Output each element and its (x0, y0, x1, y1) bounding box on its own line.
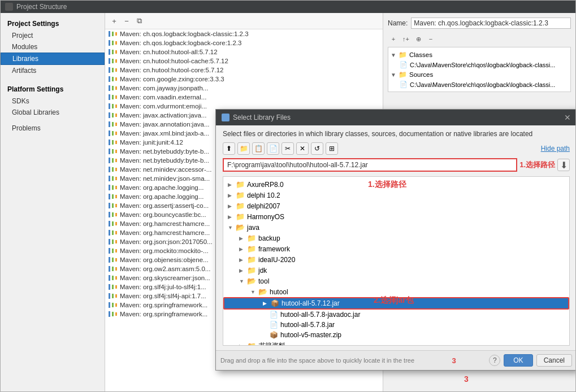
list-item[interactable]: Maven: cn.hutool:hutool-core:5.7.12 (105, 66, 383, 75)
name-value: Maven: ch.qos.logback:logback-classic:1.… (411, 18, 571, 29)
file-tree-item[interactable]: ▶ 📁 backup (223, 233, 569, 243)
expand-arrow: ▼ (228, 225, 233, 230)
new-folder-button[interactable]: 📁 (237, 142, 250, 155)
sidebar-item-problems[interactable]: Problems (1, 123, 105, 134)
file-tree-item[interactable]: 📦 hutool-v5-master.zip (223, 330, 569, 340)
name-label: Name: (388, 19, 408, 27)
lib-icon (109, 49, 118, 55)
dialog-icon (222, 114, 229, 121)
help-button[interactable]: ? (489, 355, 500, 366)
lib-icon (109, 67, 118, 73)
lib-icon (109, 302, 118, 308)
file-tree-item[interactable]: 📄 hutool-all-5.7.8-javadoc.jar (223, 310, 569, 320)
list-item[interactable]: Maven: com.jayway.jsonpath... (105, 84, 383, 93)
file-tree: ▶ 📁 AxureRP8.0 ▶ 📁 delphi 10.2 ▶ 📁 (223, 176, 570, 346)
dialog-buttons: ? OK Cancel (489, 354, 572, 367)
file-icon: 📄 (400, 81, 408, 88)
classes-node[interactable]: ▼ 📁 Classes (391, 50, 568, 60)
refresh-button[interactable]: ↺ (311, 142, 323, 155)
delete-button[interactable]: ✕ (296, 142, 309, 155)
sidebar-item-global-libraries[interactable]: Global Libraries (1, 107, 105, 118)
file-tree-item[interactable]: ▶ 📁 书籍资料 (223, 340, 569, 346)
lib-icon (109, 212, 118, 217)
add-spec-button[interactable]: ⊕ (413, 33, 424, 45)
sources-node[interactable]: ▼ 📁 Sources (391, 69, 568, 80)
file-tree-item[interactable]: ▼ 📂 tool (223, 276, 569, 286)
lib-icon (109, 248, 118, 254)
lib-icon (109, 293, 118, 299)
add-class-button[interactable]: + (388, 33, 399, 45)
dialog-close-button[interactable]: ✕ (564, 113, 571, 122)
file-tree-item[interactable]: ▶ 📁 ideaIU-2020 (223, 254, 569, 265)
annotation3: 3 (452, 356, 456, 365)
file-tree-item[interactable]: ▼ 📂 java (223, 222, 569, 233)
file-tree-item[interactable]: ▶ 📁 delphi 10.2 (223, 190, 569, 201)
list-item[interactable]: Maven: cn.hutool:hutool-all:5.7.12 (105, 47, 383, 56)
lib-icon (109, 194, 118, 199)
lib-icon (109, 140, 118, 145)
folder-icon: 📁 (399, 51, 407, 59)
file-tree-item[interactable]: ▶ 📁 framework (223, 243, 569, 254)
platform-settings-heading: Platform Settings (1, 83, 105, 95)
jar-icon: 📄 (270, 321, 278, 329)
sidebar-item-libraries[interactable]: Libraries (1, 53, 105, 65)
title-bar: Project Structure (1, 1, 575, 13)
sidebar: Project Settings Project Modules Librari… (1, 13, 105, 391)
cancel-button[interactable]: Cancel (536, 354, 572, 367)
sidebar-item-project[interactable]: Project (1, 30, 105, 41)
file-tree-item-selected[interactable]: ▶ 📦 hutool-all-5.7.12.jar (223, 297, 569, 310)
classes-path-row: 📄 C:\Java\MavenStore\ch\qos\logback\logb… (400, 60, 568, 69)
hide-path-button[interactable]: Hide path (541, 145, 570, 153)
list-item[interactable]: Maven: cn.hutool:hutool-cache:5.7.12 (105, 56, 383, 66)
file-tree-item[interactable]: ▼ 📂 hutool (223, 286, 569, 297)
sidebar-item-modules[interactable]: Modules (1, 41, 105, 53)
lib-icon (109, 31, 118, 37)
expand-arrow: ▶ (228, 193, 233, 198)
add-up-button[interactable]: ↑+ (400, 33, 412, 45)
classes-file[interactable]: 📄 C:\Java\MavenStore\ch\qos\logback\logb… (400, 60, 568, 69)
sources-path: C:\Java\MavenStore\ch\qos\logback\logbac… (410, 81, 555, 88)
remove-library-button[interactable]: − (121, 15, 132, 27)
expand-arrow: ▶ (239, 268, 245, 273)
lib-icon (109, 103, 118, 109)
file-tree-item[interactable]: ▶ 📁 HarmonyOS (223, 211, 569, 222)
expand-button[interactable]: ⊞ (326, 142, 338, 155)
ok-button[interactable]: OK (504, 354, 532, 367)
lib-icon (109, 85, 118, 91)
paste-button[interactable]: 📄 (267, 142, 279, 155)
nav-back-button[interactable]: ⬆ (223, 142, 235, 155)
list-item[interactable]: Maven: com.vaadin.external... (105, 93, 383, 102)
expand-arrow: ▶ (228, 214, 233, 220)
sidebar-item-artifacts[interactable]: Artifacts (1, 65, 105, 76)
copy-library-button[interactable]: ⧉ (133, 15, 145, 27)
jar-icon: 📦 (271, 299, 279, 307)
select-library-dialog: Select Library Files ✕ Select files or d… (215, 109, 575, 371)
expand-arrow: ▶ (239, 257, 245, 263)
folder-icon: 📁 (247, 266, 256, 275)
file-tree-item[interactable]: ▶ 📁 delphi2007 (223, 201, 569, 211)
footer-text: Drag and drop a file into the space abov… (220, 357, 414, 364)
file-tree-item[interactable]: ▶ 📁 AxureRP8.0 (223, 179, 569, 190)
lib-icon (109, 221, 118, 227)
remove-class-button[interactable]: − (425, 33, 436, 45)
folder-icon: 📁 (236, 180, 245, 189)
list-item[interactable]: Maven: ch.qos.logback:logback-core:1.2.3 (105, 38, 383, 47)
file-tree-item[interactable]: 📄 hutool-all-5.7.8.jar (223, 320, 569, 330)
add-library-button[interactable]: + (109, 15, 120, 27)
cut-button[interactable]: ✂ (281, 142, 294, 155)
download-button[interactable]: ⬇ (557, 159, 570, 171)
lib-icon (109, 94, 118, 100)
list-item[interactable]: Maven: com.google.zxing:core:3.3.3 (105, 75, 383, 84)
sidebar-item-sdks[interactable]: SDKs (1, 95, 105, 107)
path-input[interactable] (223, 158, 517, 172)
sources-file[interactable]: 📄 C:\Java\MavenStore\ch\qos\logback\logb… (400, 80, 568, 89)
dialog-description: Select files or directories in which lib… (223, 130, 570, 138)
expand-arrow: ▼ (250, 289, 256, 295)
window-title: Project Structure (16, 3, 67, 11)
path-input-row: 1.选择路径 ⬇ (223, 158, 570, 172)
file-icon: 📄 (400, 61, 408, 68)
copy-path-button[interactable]: 📋 (252, 142, 265, 155)
list-item[interactable]: Maven: ch.qos.logback:logback-classic:1.… (105, 29, 383, 38)
file-tree-item[interactable]: ▶ 📁 jdk (223, 265, 569, 276)
folder-icon: 📁 (247, 342, 256, 346)
